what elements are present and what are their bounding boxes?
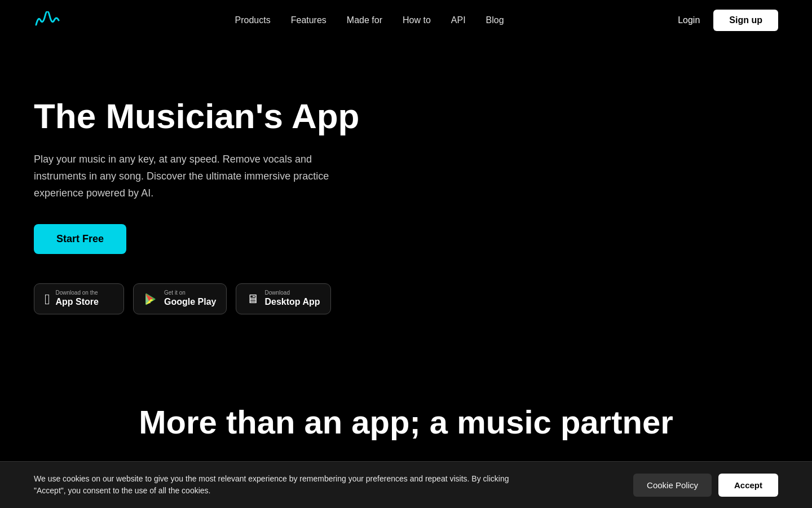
nav-products[interactable]: Products (235, 15, 271, 25)
nav-links: Products Features Made for How to API Bl… (235, 15, 504, 25)
nav-blog[interactable]: Blog (486, 15, 504, 25)
gplay-small: Get it on (164, 290, 216, 296)
google-play-badge[interactable]: Get it on Google Play (133, 283, 227, 314)
store-badges:  Download on the App Store Get it on Go… (34, 283, 361, 314)
cookie-banner: We use cookies on our website to give yo… (0, 461, 812, 508)
cookie-buttons: Cookie Policy Accept (633, 474, 778, 497)
nav-auth: Login Sign up (678, 10, 778, 31)
app-store-big: App Store (56, 296, 99, 308)
navbar: Products Features Made for How to API Bl… (0, 0, 812, 41)
app-store-badge[interactable]:  Download on the App Store (34, 283, 124, 314)
gplay-big: Google Play (164, 296, 216, 308)
desktop-icon: 🖥 (246, 293, 259, 305)
hero-subtitle: Play your music in any key, at any speed… (34, 151, 350, 202)
login-button[interactable]: Login (678, 15, 700, 25)
desktop-app-badge[interactable]: 🖥 Download Desktop App (236, 283, 330, 314)
section-bottom: More than an app; a music partner (0, 404, 812, 440)
nav-how-to[interactable]: How to (403, 15, 431, 25)
app-store-small: Download on the (56, 290, 99, 296)
nav-api[interactable]: API (451, 15, 466, 25)
nav-features[interactable]: Features (291, 15, 326, 25)
hero-section: The Musician's App Play your music in an… (0, 41, 395, 348)
accept-button[interactable]: Accept (718, 474, 778, 497)
logo[interactable] (34, 11, 61, 29)
desktop-small: Download (264, 290, 320, 296)
desktop-big: Desktop App (264, 296, 320, 308)
start-free-button[interactable]: Start Free (34, 224, 126, 254)
section-bottom-title: More than an app; a music partner (113, 404, 699, 440)
nav-made-for[interactable]: Made for (347, 15, 382, 25)
cookie-text: We use cookies on our website to give yo… (34, 473, 541, 497)
signup-button[interactable]: Sign up (713, 10, 778, 31)
apple-icon:  (45, 292, 50, 306)
cookie-policy-button[interactable]: Cookie Policy (633, 474, 712, 497)
google-play-icon (144, 292, 158, 306)
hero-title: The Musician's App (34, 97, 361, 135)
